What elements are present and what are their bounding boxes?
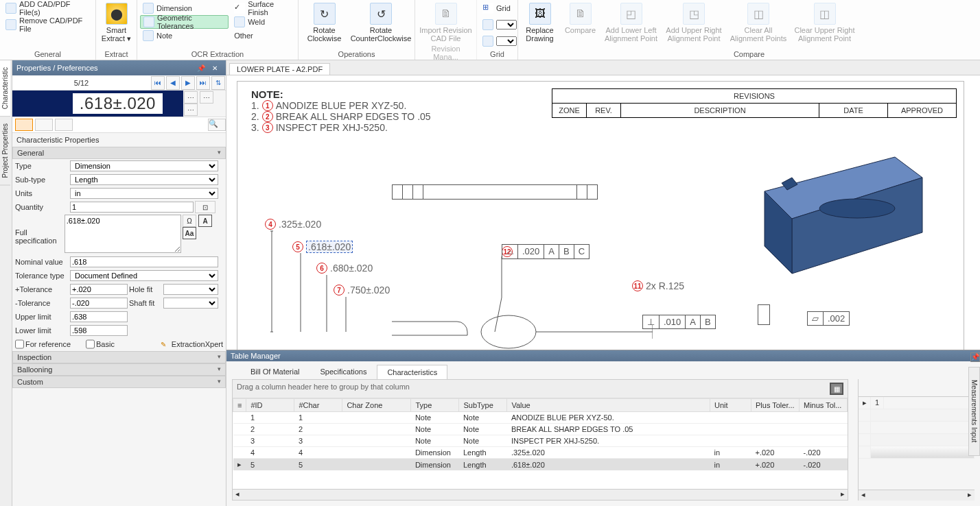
drawing-canvas[interactable]: NOTE: 1.1ANODIZE BLUE PER XYZ-50. 2.2BRE… <box>226 75 980 350</box>
tm-pin-icon[interactable]: 📌 <box>970 352 980 362</box>
fullspec-input[interactable]: .618±.020 <box>65 215 181 253</box>
dim-11[interactable]: 112x R.125 <box>632 280 684 291</box>
group-hint[interactable]: Drag a column header here to group by th… <box>233 380 848 398</box>
dimension-button[interactable]: Dimension <box>140 1 229 15</box>
ribbon: ADD CAD/PDF File(s) Remove CAD/PDF File … <box>0 0 980 60</box>
font-icon[interactable]: A <box>198 215 212 227</box>
table-row[interactable]: ▸55DimensionLength.618±.020in+.020-.020 <box>233 459 848 471</box>
surface-finish-button[interactable]: ✓Surface Finish <box>231 1 295 15</box>
note-button[interactable]: Note <box>140 29 229 43</box>
align-ll-icon: ◰ <box>620 3 642 25</box>
nav-first-button[interactable]: ⏮ <box>151 76 165 90</box>
omega-icon[interactable]: Ω <box>183 215 196 227</box>
tab-specifications[interactable]: Specifications <box>310 364 377 379</box>
add-cad-button[interactable]: ADD CAD/PDF File(s) <box>3 1 93 15</box>
remove-cad-button[interactable]: Remove CAD/PDF File <box>3 18 93 32</box>
table-row[interactable]: 22NoteNoteBREAK ALL SHARP EDGES TO .05 <box>233 424 848 435</box>
document-tab[interactable]: LOWER PLATE - A2.PDF <box>229 63 330 75</box>
table-row[interactable]: 44DimensionLength.325±.020in+.020-.020 <box>233 447 848 459</box>
section-inspection[interactable]: Inspection <box>12 351 226 363</box>
view-mode-1[interactable] <box>15 119 33 131</box>
minus-tol-input[interactable] <box>70 298 128 309</box>
tab-bom[interactable]: Bill Of Material <box>240 364 310 379</box>
view-mode-4[interactable] <box>75 119 93 131</box>
dim-7[interactable]: 7.750±.020 <box>334 285 390 296</box>
weld-button[interactable]: Weld <box>231 15 295 29</box>
smart-extract-button[interactable]: ⬤ SmartExtract ▾ <box>99 1 134 44</box>
view-mode-2[interactable] <box>35 119 53 131</box>
upper-limit-input[interactable] <box>70 311 128 322</box>
properties-panel: Properties / Preferences 📌✕ 5/12 ⏮ ◀ ▶ ⏭… <box>12 60 226 506</box>
gdt-parallel[interactable]: ▱.002 <box>807 311 850 326</box>
geometric-tolerances-button[interactable]: Geometric Tolerances <box>140 15 229 29</box>
tab-characteristics[interactable]: Characteristics <box>377 365 447 380</box>
grid-options-icon[interactable]: ▦ <box>830 383 843 395</box>
quantity-input[interactable] <box>70 202 194 213</box>
replace-drawing-button[interactable]: 🖼Replace Drawing <box>521 1 559 44</box>
section-ballooning[interactable]: Ballooning <box>12 363 226 376</box>
tab-measurements-input[interactable]: Measurements Input <box>968 367 980 456</box>
rotate-ccw-button[interactable]: ↺Rotate CounterClockwise <box>350 1 412 44</box>
grid-hscroll[interactable]: ◂▸ <box>233 489 848 500</box>
gdt-12[interactable]: 12 ⌓.020ABC <box>502 246 515 257</box>
nominal-input[interactable] <box>70 256 218 267</box>
nav-prev-button[interactable]: ◀ <box>166 76 180 90</box>
gdt-perp[interactable]: ⊥.010AB <box>642 315 716 329</box>
dim-6[interactable]: 6.680±.020 <box>316 263 373 274</box>
add-file-icon <box>5 3 16 14</box>
close-icon[interactable]: ✕ <box>208 62 222 74</box>
compare-icon: 🗎 <box>570 3 592 25</box>
for-reference-check[interactable] <box>15 339 24 350</box>
holefit-select[interactable] <box>163 284 218 295</box>
add-upper-right-button: ◳Add Upper Right Alignment Point <box>663 1 725 44</box>
table-manager-header: Table Manager <box>226 350 980 361</box>
basic-check[interactable] <box>86 339 95 350</box>
remove-file-icon <box>5 19 16 30</box>
section-custom[interactable]: Custom <box>12 376 226 388</box>
grid-opt-icon <box>482 19 493 30</box>
dim-leaders <box>258 219 409 349</box>
rotate-cw-icon: ↻ <box>314 3 336 25</box>
dim-4[interactable]: 4.325±.020 <box>265 219 321 230</box>
case-icon[interactable]: Aa <box>183 227 196 239</box>
note-icon <box>143 30 154 41</box>
type-select[interactable]: Dimension <box>70 160 218 171</box>
table-row[interactable]: 33NoteNoteINSPECT PER XHJ-5250. <box>233 435 848 447</box>
characteristics-grid[interactable]: ≡ #ID #Char Char Zone Type SubType Value… <box>233 398 848 470</box>
import-revision-icon: 🗎 <box>435 3 457 25</box>
table-row[interactable]: 11NoteNoteANODIZE BLUE PER XYZ-50. <box>233 412 848 424</box>
extraction-xpert-icon[interactable]: ✎ <box>156 338 170 350</box>
mini-hscroll[interactable]: ◂▸ <box>859 490 975 501</box>
side-btn-3[interactable]: ⋯ <box>184 104 198 116</box>
nav-next-button[interactable]: ▶ <box>181 76 195 90</box>
tab-project-properties[interactable]: Project Properties <box>0 117 10 185</box>
shaftfit-select[interactable] <box>163 298 218 309</box>
rotate-cw-button[interactable]: ↻Rotate Clockwise <box>301 1 347 44</box>
view-mode-3[interactable] <box>55 119 73 131</box>
side-btn-2[interactable]: ⋯ <box>200 91 213 104</box>
tab-characteristic[interactable]: Characteristic <box>0 60 10 117</box>
lower-limit-input[interactable] <box>70 325 128 336</box>
side-btn-1[interactable]: ⋯ <box>184 91 198 104</box>
profile-icon: ⌓ <box>502 245 518 258</box>
nav-last-button[interactable]: ⏭ <box>196 76 210 90</box>
grid-combo-2[interactable] <box>480 34 520 48</box>
nav-action-button[interactable]: ⇅ <box>211 76 225 90</box>
note-2: 2.2BREAK ALL SHARP EDGES TO .05 <box>251 111 431 122</box>
group-compare: Compare <box>521 49 977 60</box>
other-button[interactable]: Other <box>231 29 295 43</box>
view-mode-zoom[interactable]: 🔍 <box>208 119 226 131</box>
dim-5[interactable]: 5.618±.020 <box>292 241 353 253</box>
plus-tol-input[interactable] <box>70 284 128 295</box>
align-ur-icon: ◳ <box>683 3 705 25</box>
units-select[interactable]: in <box>70 188 218 199</box>
profile-outline <box>392 301 653 349</box>
grid-button[interactable]: ⊞Grid <box>480 1 513 15</box>
leader-12 <box>464 256 601 339</box>
toltype-select[interactable]: Document Defined <box>70 270 218 281</box>
quantity-stepper-icon[interactable]: ⊡ <box>195 201 215 213</box>
subtype-select[interactable]: Length <box>70 174 218 185</box>
grid-combo-1[interactable] <box>480 18 520 32</box>
pin-icon[interactable]: 📌 <box>194 62 208 74</box>
section-general[interactable]: General <box>12 147 226 159</box>
